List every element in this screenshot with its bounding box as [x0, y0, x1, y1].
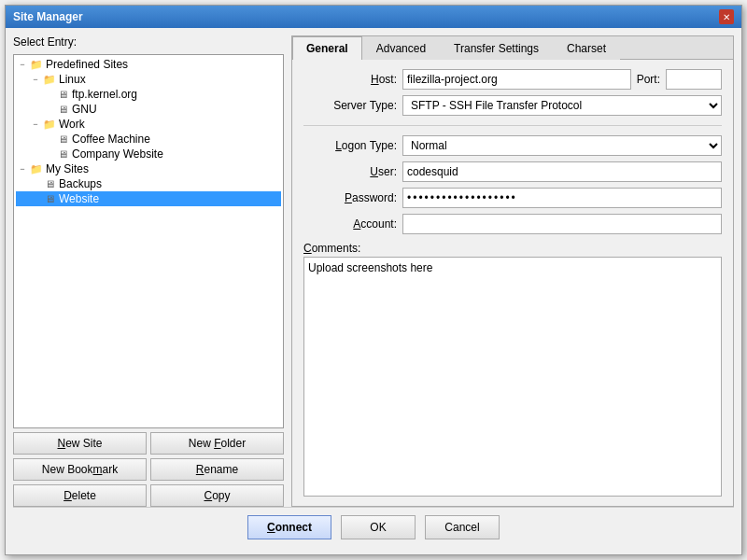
expand-icon: [42, 133, 55, 146]
tree-label: Predefined Sites: [46, 58, 128, 71]
site-tree[interactable]: − 📁 Predefined Sites − 📁 Linux: [13, 54, 284, 428]
tree-item-backups[interactable]: 🖥 Backups: [16, 176, 281, 191]
dialog-body: Select Entry: − 📁 Predefined Sites − 📁: [6, 28, 741, 554]
server-icon: 🖥: [55, 133, 70, 146]
folder-icon: 📁: [42, 118, 57, 131]
tree-item-mysites[interactable]: − 📁 My Sites: [16, 161, 281, 176]
new-bookmark-button[interactable]: New Bookmark: [13, 458, 147, 481]
logon-type-row: Logon Type: Normal Anonymous Ask for pas…: [303, 135, 722, 156]
expand-icon: [42, 147, 55, 161]
host-row: Host: Port:: [303, 69, 722, 90]
expand-icon: [29, 192, 42, 205]
server-icon: 🖥: [55, 88, 70, 101]
titlebar: Site Manager ✕: [6, 6, 741, 28]
tree-item-gnu[interactable]: 🖥 GNU: [16, 102, 281, 117]
separator: [303, 125, 722, 126]
user-input[interactable]: [402, 161, 722, 182]
password-row: Password:: [303, 188, 722, 208]
account-label: Account:: [303, 217, 397, 231]
copy-button[interactable]: Copy: [150, 484, 284, 507]
server-icon: 🖥: [55, 103, 70, 116]
tree-label: My Sites: [46, 162, 89, 175]
folder-icon: 📁: [42, 73, 57, 86]
tree-label: GNU: [72, 103, 97, 116]
titlebar-title: Site Manager: [13, 10, 83, 23]
tree-label: Linux: [59, 73, 86, 86]
expand-icon: −: [16, 58, 29, 71]
bottom-buttons: Connect OK Cancel: [13, 507, 734, 547]
delete-button[interactable]: Delete: [13, 484, 147, 507]
close-button[interactable]: ✕: [719, 9, 734, 24]
tree-item-company[interactable]: 🖥 Company Website: [16, 147, 281, 161]
rename-button[interactable]: Rename: [150, 458, 284, 481]
left-panel: Select Entry: − 📁 Predefined Sites − 📁: [13, 35, 284, 507]
tab-charset[interactable]: Charset: [553, 36, 620, 60]
tab-advanced[interactable]: Advanced: [362, 36, 440, 60]
right-panel: General Advanced Transfer Settings Chars…: [291, 35, 734, 507]
host-label: Host:: [303, 73, 397, 86]
ok-button[interactable]: OK: [341, 515, 416, 539]
folder-icon: 📁: [29, 162, 44, 175]
expand-icon: [42, 103, 55, 116]
server-icon: 🖥: [42, 192, 57, 205]
tree-item-linux[interactable]: − 📁 Linux: [16, 72, 281, 87]
tree-item-predefined[interactable]: − 📁 Predefined Sites: [16, 57, 281, 72]
connect-button[interactable]: Connect: [247, 515, 331, 539]
tab-transfer-settings[interactable]: Transfer Settings: [440, 36, 553, 60]
tree-label: Backups: [59, 177, 102, 190]
user-label: User:: [303, 165, 397, 178]
account-input[interactable]: [402, 214, 722, 234]
expand-icon: −: [29, 73, 42, 86]
tree-buttons: New Site New Folder New Bookmark Rename …: [13, 432, 284, 507]
expand-icon: [29, 177, 42, 190]
comments-section: Comments: Upload screenshots here: [303, 240, 722, 497]
form-content: Host: Port: Server Type: SFTP - SSH File…: [292, 60, 733, 506]
password-label: Password:: [303, 191, 397, 204]
folder-icon: 📁: [29, 58, 44, 71]
tree-label: Work: [59, 118, 85, 131]
select-entry-label: Select Entry:: [13, 35, 284, 49]
tree-item-website[interactable]: 🖥 Website: [16, 191, 281, 206]
tree-item-ftp-kernel[interactable]: 🖥 ftp.kernel.org: [16, 87, 281, 102]
expand-icon: [42, 88, 55, 101]
server-icon: 🖥: [55, 147, 70, 161]
account-row: Account:: [303, 214, 722, 234]
tree-label: Company Website: [72, 147, 163, 161]
tree-label: Website: [59, 192, 99, 205]
new-site-button[interactable]: New Site: [13, 432, 147, 455]
server-type-select[interactable]: SFTP - SSH File Transfer Protocol FTP - …: [402, 95, 722, 116]
host-input[interactable]: [402, 69, 631, 90]
expand-icon: −: [29, 118, 42, 131]
main-area: Select Entry: − 📁 Predefined Sites − 📁: [13, 35, 734, 507]
password-input[interactable]: [402, 188, 722, 208]
tab-bar: General Advanced Transfer Settings Chars…: [292, 36, 733, 60]
cancel-button[interactable]: Cancel: [425, 515, 500, 539]
tree-label: ftp.kernel.org: [72, 88, 137, 101]
server-icon: 🖥: [42, 177, 57, 190]
server-type-row: Server Type: SFTP - SSH File Transfer Pr…: [303, 95, 722, 116]
tree-label: Coffee Machine: [72, 133, 150, 146]
tree-item-coffee[interactable]: 🖥 Coffee Machine: [16, 132, 281, 147]
comments-label: Comments:: [303, 242, 722, 255]
site-manager-dialog: Site Manager ✕ Select Entry: − 📁 Predefi…: [5, 5, 742, 555]
user-row: User:: [303, 161, 722, 182]
comments-textarea[interactable]: Upload screenshots here: [303, 257, 722, 497]
logon-type-label: Logon Type:: [303, 139, 397, 152]
new-folder-button[interactable]: New Folder: [150, 432, 284, 455]
tab-general[interactable]: General: [292, 36, 362, 60]
port-input[interactable]: [666, 69, 722, 90]
port-label: Port:: [637, 73, 660, 86]
server-type-label: Server Type:: [303, 99, 397, 112]
tree-item-work[interactable]: − 📁 Work: [16, 117, 281, 132]
logon-type-select[interactable]: Normal Anonymous Ask for password Intera…: [402, 135, 722, 156]
expand-icon: −: [16, 162, 29, 175]
